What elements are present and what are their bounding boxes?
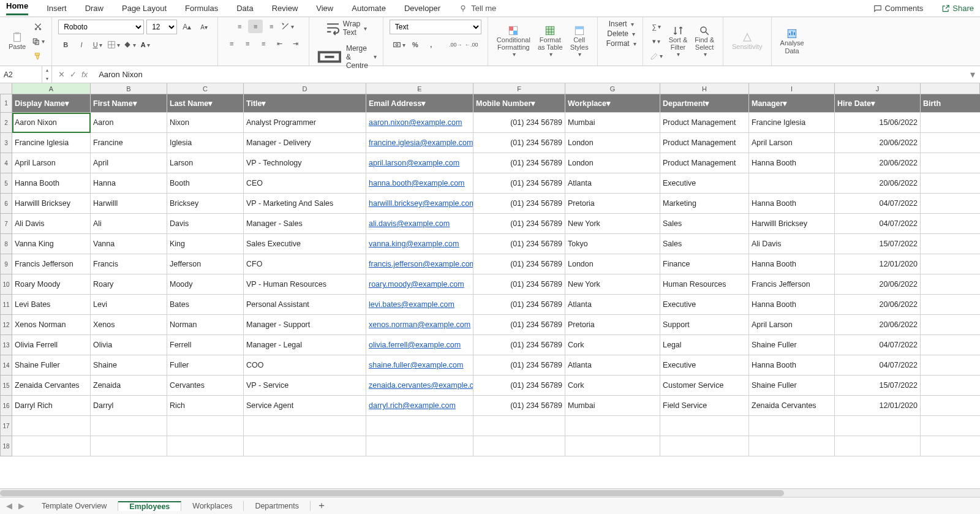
conditional-formatting-button[interactable]: Conditional Formatting [494,24,533,59]
cell[interactable]: Cork [565,376,660,396]
fill-button[interactable]: ▾ [649,35,664,48]
col-header-C[interactable]: C [167,83,244,94]
table-header[interactable]: Mobile Number▾ [473,94,565,113]
cell[interactable] [921,234,980,254]
cell[interactable]: Norman [167,315,244,335]
cell[interactable]: 04/07/2022 [835,335,921,355]
cell[interactable]: (01) 234 56789 [473,234,565,254]
tab-insert[interactable]: Insert [47,4,67,13]
email-link[interactable]: levi.bates@example.com [369,300,454,309]
cell[interactable]: Product Management [660,133,749,153]
cell[interactable]: Ali Davis [12,214,91,234]
cell[interactable]: April [91,153,167,173]
cell[interactable]: Support [660,315,749,335]
cell[interactable]: xenos.norman@example.com [366,315,473,335]
row-header-6[interactable]: 6 [0,194,12,214]
cell[interactable]: (01) 234 56789 [473,396,565,416]
cell[interactable] [12,436,91,456]
row-header-13[interactable]: 13 [0,335,12,355]
cell[interactable]: Harwilll Bricksey [749,214,835,234]
decrease-font-button[interactable]: A▾ [197,20,211,34]
email-link[interactable]: vanna.king@example.com [369,240,459,248]
tell-me[interactable]: Tell me [459,4,496,13]
cell[interactable]: 20/06/2022 [835,295,921,315]
cell[interactable] [749,436,835,456]
select-all-corner[interactable] [0,83,12,94]
number-format-select[interactable]: Text [390,20,481,34]
tab-view[interactable]: View [316,4,333,13]
cell[interactable]: Ferrell [167,335,244,355]
add-sheet-button[interactable]: ＋ [311,499,333,512]
cell[interactable]: (01) 234 56789 [473,295,565,315]
comments-button[interactable]: Comments [873,4,923,13]
cell[interactable]: Service Agent [244,396,366,416]
tab-data[interactable]: Data [236,4,253,13]
col-header-D[interactable]: D [244,83,366,94]
cell[interactable]: shaine.fuller@example.com [366,355,473,376]
table-header[interactable]: Last Name▾ [167,94,244,113]
cell[interactable]: 15/06/2022 [835,113,921,133]
col-header-H[interactable]: H [660,83,749,94]
cell[interactable] [366,436,473,456]
filter-button[interactable]: ▾ [871,99,875,108]
email-link[interactable]: shaine.fuller@example.com [369,361,463,369]
row-header-9[interactable]: 9 [0,254,12,274]
email-link[interactable]: francis.jefferson@example.com [369,260,473,268]
filter-button[interactable]: ▾ [262,99,266,108]
cell[interactable]: roary.moody@example.com [366,274,473,295]
cell[interactable] [921,295,980,315]
cell[interactable]: VP - Human Resources [244,274,366,295]
tab-page-layout[interactable]: Page Layout [122,4,167,13]
cell[interactable]: Manager - Support [244,315,366,335]
table-header[interactable]: Hire Date▾ [835,94,921,113]
cell[interactable]: Francis Jefferson [749,274,835,295]
cell[interactable]: Shaine Fuller [749,335,835,355]
format-painter-button[interactable] [31,50,45,63]
cell[interactable]: ali.davis@example.com [366,214,473,234]
increase-indent-button[interactable]: ⇥ [288,37,303,50]
filter-button[interactable]: ▾ [606,99,611,108]
cell[interactable] [91,436,167,456]
format-as-table-button[interactable]: Format as Table [535,24,565,59]
cell[interactable] [921,376,980,396]
cell[interactable]: Levi Bates [12,295,91,315]
cell[interactable] [473,436,565,456]
cell[interactable]: Francis Jefferson [12,254,91,274]
align-center-button[interactable]: ≡ [240,37,255,50]
align-left-button[interactable]: ≡ [224,37,239,50]
cell[interactable] [921,113,980,133]
row-header-12[interactable]: 12 [0,315,12,335]
cell[interactable] [167,416,244,436]
cell[interactable]: Executive [660,355,749,376]
cell[interactable]: CFO [244,254,366,274]
cell[interactable]: hanna.booth@example.com [366,173,473,194]
col-header-A[interactable]: A [12,83,91,94]
row-header-3[interactable]: 3 [0,133,12,153]
table-header[interactable]: Workplace▾ [565,94,660,113]
cell[interactable] [749,416,835,436]
font-size-select[interactable]: 12 [146,20,177,34]
sheet-nav-prev[interactable]: ◀ [6,501,12,510]
decrease-decimal-button[interactable]: ←.00 [464,38,479,51]
cell[interactable]: Atlanta [565,355,660,376]
cell[interactable]: VP - Service [244,376,366,396]
row-header-14[interactable]: 14 [0,355,12,376]
cell[interactable]: (01) 234 56789 [473,214,565,234]
analyse-data-button[interactable]: Analyse Data [778,27,807,55]
cell[interactable]: Shaine Fuller [12,355,91,376]
borders-button[interactable] [106,38,121,51]
font-color-button[interactable]: A [138,38,153,51]
expand-formula-bar[interactable]: ▾ [965,69,980,80]
cell[interactable]: Harwilll Bricksey [12,194,91,214]
sheet-nav-next[interactable]: ▶ [18,501,24,510]
cell[interactable]: Atlanta [565,295,660,315]
cell[interactable]: Francine [91,133,167,153]
cell[interactable]: King [167,234,244,254]
email-link[interactable]: xenos.norman@example.com [369,320,470,329]
cell[interactable]: 04/07/2022 [835,194,921,214]
delete-cells-button[interactable]: Delete [605,29,635,38]
clear-button[interactable] [649,50,664,63]
cell[interactable]: Hanna [91,173,167,194]
cell[interactable] [921,214,980,234]
cell[interactable] [921,436,980,456]
